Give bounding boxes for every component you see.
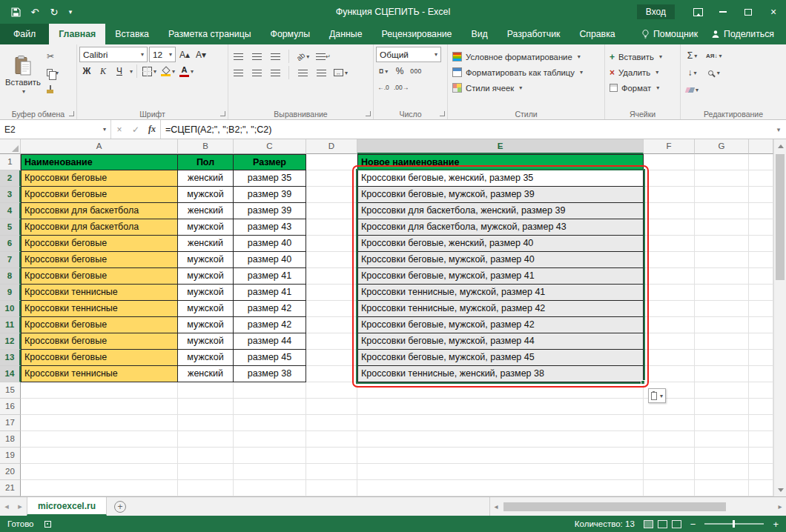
cell-F9[interactable] [644, 285, 695, 301]
number-format-select[interactable]: Общий▾ [376, 47, 441, 62]
cell-B15[interactable] [178, 382, 234, 399]
cell-E14[interactable]: Кроссовки теннисные, женский, размер 38 [357, 366, 644, 382]
cell-B3[interactable]: мужской [178, 187, 234, 203]
save-button[interactable] [7, 4, 24, 20]
cell-D2[interactable] [306, 170, 357, 187]
ribbon-tab-3[interactable]: Разметка страницы [159, 24, 261, 44]
vscroll-thumb[interactable] [776, 154, 785, 280]
row-header-3[interactable]: 3 [0, 187, 21, 203]
zoom-slider[interactable] [704, 523, 764, 525]
cut-button[interactable]: ✂ [47, 50, 59, 63]
cell-F3[interactable] [644, 187, 695, 203]
cell-D21[interactable] [306, 480, 357, 496]
cell-E12[interactable]: Кроссовки беговые, мужской, размер 44 [357, 333, 644, 350]
row-header-1[interactable]: 1 [0, 154, 21, 170]
autosum-button[interactable]: Σ▾ [684, 48, 700, 63]
cell-E1[interactable]: Новое наименование [357, 154, 644, 170]
macro-record-icon[interactable] [44, 521, 51, 528]
column-header-B[interactable]: B [178, 139, 234, 154]
cell-D3[interactable] [306, 187, 357, 203]
format-cells-button[interactable]: Формат ▾ [607, 81, 678, 95]
ribbon-tab-9[interactable]: Справка [569, 24, 624, 44]
italic-button[interactable]: К [96, 64, 110, 79]
cell-G21[interactable] [695, 480, 749, 496]
normal-view-button[interactable] [644, 520, 653, 528]
dialog-launcher-alignment[interactable] [366, 111, 371, 116]
row-header-5[interactable]: 5 [0, 219, 21, 236]
column-header-F[interactable]: F [644, 139, 695, 154]
close-button[interactable]: × [761, 0, 786, 24]
cell-A18[interactable] [21, 431, 178, 448]
cell-E9[interactable]: Кроссовки теннисные, мужской, размер 41 [357, 285, 644, 301]
align-top-button[interactable] [231, 49, 245, 64]
cell-D9[interactable] [306, 285, 357, 301]
page-layout-view-button[interactable] [658, 520, 667, 528]
fill-handle[interactable] [641, 380, 645, 385]
ribbon-tab-4[interactable]: Формулы [261, 24, 320, 44]
cell-styles-button[interactable]: Стили ячеек ▾ [450, 81, 602, 95]
cell-A10[interactable]: Кроссовки теннисные [21, 301, 178, 317]
ribbon-tab-7[interactable]: Вид [461, 24, 497, 44]
cell-A16[interactable] [21, 399, 178, 415]
cell-C2[interactable]: размер 35 [234, 170, 306, 187]
cell-E15[interactable] [357, 382, 644, 399]
cell-A7[interactable]: Кроссовки беговые [21, 252, 178, 268]
row-header-18[interactable]: 18 [0, 431, 21, 448]
ribbon-tab-8[interactable]: Разработчик [498, 24, 570, 44]
row-header-16[interactable]: 16 [0, 399, 21, 415]
assistant-button[interactable]: Помощник [641, 29, 698, 39]
cell-G16[interactable] [695, 399, 749, 415]
cell-A12[interactable]: Кроссовки беговые [21, 333, 178, 350]
cell-E5[interactable]: Кроссовки для баскетбола, мужской, разме… [357, 219, 644, 236]
dialog-launcher-clipboard[interactable] [69, 111, 74, 116]
cell-B6[interactable]: женский [178, 236, 234, 252]
comma-style-button[interactable]: 000 [409, 64, 423, 79]
cell-E4[interactable]: Кроссовки для баскетбола, женский, разме… [357, 203, 644, 219]
formula-input[interactable]: =СЦЕП(A2;", ";B2;", ";C2) [160, 120, 771, 139]
zoom-in-button[interactable]: + [773, 519, 779, 530]
cell-B17[interactable] [178, 415, 234, 431]
row-header-6[interactable]: 6 [0, 236, 21, 252]
minimize-button[interactable] [710, 0, 736, 24]
cell-B7[interactable]: мужской [178, 252, 234, 268]
cell-D10[interactable] [306, 301, 357, 317]
cell-F20[interactable] [644, 464, 695, 480]
ribbon-tab-6[interactable]: Рецензирование [371, 24, 461, 44]
cell-E11[interactable]: Кроссовки беговые, мужской, размер 42 [357, 317, 644, 333]
insert-cells-button[interactable]: + Вставить ▾ [607, 50, 678, 64]
align-center-button[interactable] [249, 65, 264, 80]
sheet-tab-active[interactable]: microexcel.ru [27, 497, 107, 516]
clear-button[interactable]: ▾ [684, 82, 700, 97]
row-header-10[interactable]: 10 [0, 301, 21, 317]
cell-E8[interactable]: Кроссовки беговые, мужской, размер 41 [357, 268, 644, 285]
row-header-4[interactable]: 4 [0, 203, 21, 219]
cell-D18[interactable] [306, 431, 357, 448]
cell-B14[interactable]: женский [178, 366, 234, 382]
hscroll-right-arrow[interactable]: ▸ [774, 502, 786, 511]
dialog-launcher-font[interactable] [220, 111, 225, 116]
cell-G5[interactable] [695, 219, 749, 236]
align-right-button[interactable] [268, 65, 283, 80]
cell-G6[interactable] [695, 236, 749, 252]
horizontal-scrollbar[interactable]: ◂ ▸ [489, 497, 786, 516]
cell-B10[interactable]: мужской [178, 301, 234, 317]
cell-F11[interactable] [644, 317, 695, 333]
cell-B20[interactable] [178, 464, 234, 480]
paste-options-button[interactable]: ▾ [648, 388, 666, 403]
vertical-scrollbar[interactable] [773, 139, 786, 496]
cell-F1[interactable] [644, 154, 695, 170]
delete-cells-button[interactable]: × Удалить ▾ [607, 65, 678, 79]
cell-B11[interactable]: мужской [178, 317, 234, 333]
cell-A4[interactable]: Кроссовки для баскетбола [21, 203, 178, 219]
cell-A5[interactable]: Кроссовки для баскетбола [21, 219, 178, 236]
cell-D20[interactable] [306, 464, 357, 480]
row-header-7[interactable]: 7 [0, 252, 21, 268]
cell-C5[interactable]: размер 43 [234, 219, 306, 236]
find-select-button[interactable]: ▾ [704, 65, 724, 80]
cell-C7[interactable]: размер 40 [234, 252, 306, 268]
sort-filter-button[interactable]: АЯ↓▾ [704, 48, 724, 63]
cell-E18[interactable] [357, 431, 644, 448]
align-left-button[interactable] [231, 65, 245, 80]
bold-button[interactable]: Ж [79, 64, 94, 79]
cell-A1[interactable]: Наименование [21, 154, 178, 170]
